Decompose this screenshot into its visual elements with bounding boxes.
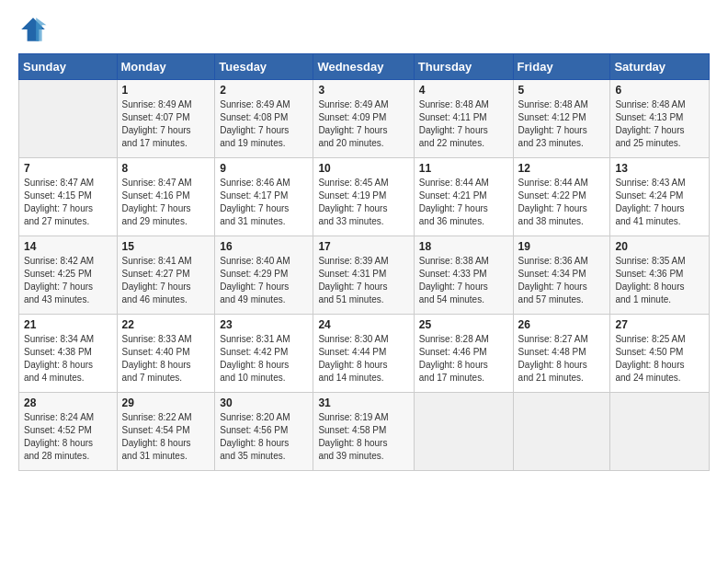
- calendar-cell: 12Sunrise: 8:44 AM Sunset: 4:22 PM Dayli…: [513, 158, 610, 236]
- day-info: Sunrise: 8:45 AM Sunset: 4:19 PM Dayligh…: [318, 177, 408, 228]
- day-info: Sunrise: 8:43 AM Sunset: 4:24 PM Dayligh…: [615, 177, 704, 228]
- calendar-cell: 29Sunrise: 8:22 AM Sunset: 4:54 PM Dayli…: [117, 393, 215, 471]
- calendar-cell: 3Sunrise: 8:49 AM Sunset: 4:09 PM Daylig…: [313, 80, 414, 158]
- day-number: 18: [419, 240, 508, 253]
- day-info: Sunrise: 8:34 AM Sunset: 4:38 PM Dayligh…: [24, 333, 112, 385]
- logo-icon: [18, 15, 48, 44]
- calendar-cell: [610, 393, 710, 471]
- day-number: 13: [615, 162, 704, 175]
- weekday-header-thursday: Thursday: [414, 54, 513, 80]
- day-number: 7: [24, 162, 112, 175]
- day-info: Sunrise: 8:28 AM Sunset: 4:46 PM Dayligh…: [419, 333, 508, 385]
- day-number: 10: [318, 162, 408, 175]
- calendar-cell: 22Sunrise: 8:33 AM Sunset: 4:40 PM Dayli…: [117, 315, 215, 393]
- day-info: Sunrise: 8:48 AM Sunset: 4:12 PM Dayligh…: [518, 98, 606, 150]
- day-info: Sunrise: 8:19 AM Sunset: 4:58 PM Dayligh…: [318, 411, 408, 463]
- day-info: Sunrise: 8:42 AM Sunset: 4:25 PM Dayligh…: [24, 255, 112, 306]
- week-row-2: 14Sunrise: 8:42 AM Sunset: 4:25 PM Dayli…: [19, 236, 710, 315]
- day-number: 28: [24, 396, 112, 409]
- day-info: Sunrise: 8:47 AM Sunset: 4:16 PM Dayligh…: [122, 177, 210, 228]
- day-number: 25: [419, 318, 508, 331]
- day-number: 23: [220, 318, 308, 331]
- day-number: 27: [615, 318, 704, 331]
- day-info: Sunrise: 8:27 AM Sunset: 4:48 PM Dayligh…: [518, 333, 606, 385]
- day-info: Sunrise: 8:46 AM Sunset: 4:17 PM Dayligh…: [220, 177, 308, 228]
- day-number: 31: [318, 396, 408, 409]
- day-number: 5: [518, 84, 606, 97]
- calendar-cell: 21Sunrise: 8:34 AM Sunset: 4:38 PM Dayli…: [19, 315, 118, 393]
- calendar-cell: 31Sunrise: 8:19 AM Sunset: 4:58 PM Dayli…: [313, 393, 414, 471]
- calendar-cell: 18Sunrise: 8:38 AM Sunset: 4:33 PM Dayli…: [414, 236, 513, 315]
- day-number: 24: [318, 318, 408, 331]
- day-info: Sunrise: 8:41 AM Sunset: 4:27 PM Dayligh…: [122, 255, 210, 306]
- calendar-table: SundayMondayTuesdayWednesdayThursdayFrid…: [18, 53, 710, 471]
- calendar-cell: 7Sunrise: 8:47 AM Sunset: 4:15 PM Daylig…: [19, 158, 118, 236]
- day-info: Sunrise: 8:48 AM Sunset: 4:11 PM Dayligh…: [419, 98, 508, 150]
- calendar-cell: 16Sunrise: 8:40 AM Sunset: 4:29 PM Dayli…: [215, 236, 313, 315]
- day-info: Sunrise: 8:44 AM Sunset: 4:22 PM Dayligh…: [518, 177, 606, 228]
- day-number: 6: [615, 84, 704, 97]
- calendar-cell: 13Sunrise: 8:43 AM Sunset: 4:24 PM Dayli…: [610, 158, 710, 236]
- calendar-cell: 17Sunrise: 8:39 AM Sunset: 4:31 PM Dayli…: [313, 236, 414, 315]
- day-info: Sunrise: 8:30 AM Sunset: 4:44 PM Dayligh…: [318, 333, 408, 385]
- day-number: 29: [122, 396, 210, 409]
- calendar-cell: 24Sunrise: 8:30 AM Sunset: 4:44 PM Dayli…: [313, 315, 414, 393]
- calendar-cell: 15Sunrise: 8:41 AM Sunset: 4:27 PM Dayli…: [117, 236, 215, 315]
- day-number: 4: [419, 84, 508, 97]
- calendar-cell: 11Sunrise: 8:44 AM Sunset: 4:21 PM Dayli…: [414, 158, 513, 236]
- day-info: Sunrise: 8:25 AM Sunset: 4:50 PM Dayligh…: [615, 333, 704, 385]
- day-info: Sunrise: 8:36 AM Sunset: 4:34 PM Dayligh…: [518, 255, 606, 306]
- day-info: Sunrise: 8:38 AM Sunset: 4:33 PM Dayligh…: [419, 255, 508, 306]
- weekday-header-row: SundayMondayTuesdayWednesdayThursdayFrid…: [19, 54, 710, 80]
- day-number: 22: [122, 318, 210, 331]
- week-row-1: 7Sunrise: 8:47 AM Sunset: 4:15 PM Daylig…: [19, 158, 710, 236]
- day-number: 21: [24, 318, 112, 331]
- calendar-cell: 10Sunrise: 8:45 AM Sunset: 4:19 PM Dayli…: [313, 158, 414, 236]
- calendar-cell: [414, 393, 513, 471]
- page: SundayMondayTuesdayWednesdayThursdayFrid…: [0, 0, 728, 480]
- calendar-cell: 14Sunrise: 8:42 AM Sunset: 4:25 PM Dayli…: [19, 236, 118, 315]
- day-info: Sunrise: 8:49 AM Sunset: 4:07 PM Dayligh…: [122, 98, 210, 150]
- day-number: 12: [518, 162, 606, 175]
- day-info: Sunrise: 8:39 AM Sunset: 4:31 PM Dayligh…: [318, 255, 408, 306]
- day-info: Sunrise: 8:44 AM Sunset: 4:21 PM Dayligh…: [419, 177, 508, 228]
- week-row-4: 28Sunrise: 8:24 AM Sunset: 4:52 PM Dayli…: [19, 393, 710, 471]
- calendar-cell: 4Sunrise: 8:48 AM Sunset: 4:11 PM Daylig…: [414, 80, 513, 158]
- day-info: Sunrise: 8:40 AM Sunset: 4:29 PM Dayligh…: [220, 255, 308, 306]
- calendar-cell: 27Sunrise: 8:25 AM Sunset: 4:50 PM Dayli…: [610, 315, 710, 393]
- calendar-cell: 2Sunrise: 8:49 AM Sunset: 4:08 PM Daylig…: [215, 80, 313, 158]
- calendar-cell: 9Sunrise: 8:46 AM Sunset: 4:17 PM Daylig…: [215, 158, 313, 236]
- day-number: 14: [24, 240, 112, 253]
- day-number: 2: [220, 84, 308, 97]
- weekday-header-monday: Monday: [117, 54, 215, 80]
- calendar-cell: 23Sunrise: 8:31 AM Sunset: 4:42 PM Dayli…: [215, 315, 313, 393]
- day-number: 16: [220, 240, 308, 253]
- calendar-cell: 28Sunrise: 8:24 AM Sunset: 4:52 PM Dayli…: [19, 393, 118, 471]
- calendar-cell: 5Sunrise: 8:48 AM Sunset: 4:12 PM Daylig…: [513, 80, 610, 158]
- calendar-cell: 30Sunrise: 8:20 AM Sunset: 4:56 PM Dayli…: [215, 393, 313, 471]
- day-number: 26: [518, 318, 606, 331]
- calendar-cell: [19, 80, 118, 158]
- day-number: 3: [318, 84, 408, 97]
- day-number: 8: [122, 162, 210, 175]
- weekday-header-friday: Friday: [513, 54, 610, 80]
- day-number: 19: [518, 240, 606, 253]
- calendar-cell: 20Sunrise: 8:35 AM Sunset: 4:36 PM Dayli…: [610, 236, 710, 315]
- day-number: 9: [220, 162, 308, 175]
- day-info: Sunrise: 8:31 AM Sunset: 4:42 PM Dayligh…: [220, 333, 308, 385]
- day-info: Sunrise: 8:49 AM Sunset: 4:09 PM Dayligh…: [318, 98, 408, 150]
- day-number: 11: [419, 162, 508, 175]
- day-info: Sunrise: 8:35 AM Sunset: 4:36 PM Dayligh…: [615, 255, 704, 306]
- day-info: Sunrise: 8:20 AM Sunset: 4:56 PM Dayligh…: [220, 411, 308, 463]
- day-info: Sunrise: 8:24 AM Sunset: 4:52 PM Dayligh…: [24, 411, 112, 463]
- calendar-cell: 19Sunrise: 8:36 AM Sunset: 4:34 PM Dayli…: [513, 236, 610, 315]
- week-row-3: 21Sunrise: 8:34 AM Sunset: 4:38 PM Dayli…: [19, 315, 710, 393]
- weekday-header-saturday: Saturday: [610, 54, 710, 80]
- day-number: 15: [122, 240, 210, 253]
- day-info: Sunrise: 8:49 AM Sunset: 4:08 PM Dayligh…: [220, 98, 308, 150]
- weekday-header-sunday: Sunday: [19, 54, 118, 80]
- day-info: Sunrise: 8:33 AM Sunset: 4:40 PM Dayligh…: [122, 333, 210, 385]
- weekday-header-wednesday: Wednesday: [313, 54, 414, 80]
- day-info: Sunrise: 8:47 AM Sunset: 4:15 PM Dayligh…: [24, 177, 112, 228]
- day-number: 17: [318, 240, 408, 253]
